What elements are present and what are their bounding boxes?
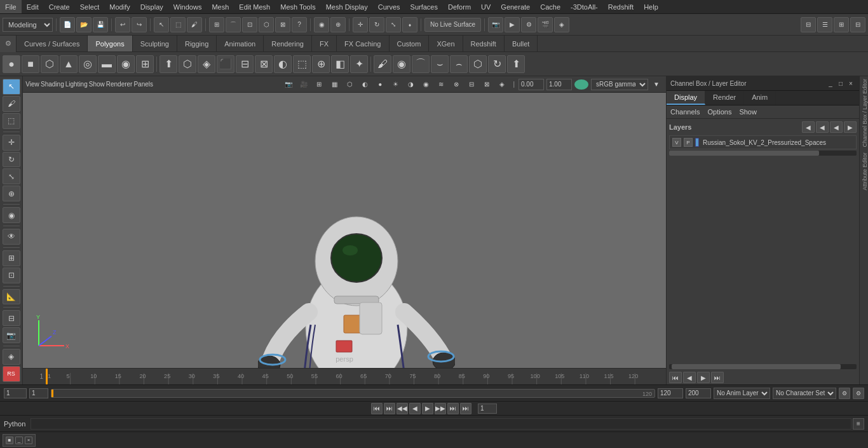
tab-polygons[interactable]: Polygons bbox=[88, 36, 132, 51]
paint-select-btn[interactable]: 🖌 bbox=[3, 96, 20, 112]
redshift-icon[interactable]: RS bbox=[3, 366, 20, 382]
menu-display[interactable]: Display bbox=[135, 0, 168, 13]
vp-cam3-btn[interactable]: ⊞ bbox=[312, 78, 326, 92]
menu-create[interactable]: Create bbox=[44, 0, 75, 13]
hypershade-btn[interactable]: ◈ bbox=[554, 17, 569, 32]
vp-shade-btn[interactable]: ◐ bbox=[358, 78, 372, 92]
range-end-input[interactable] bbox=[658, 388, 683, 398]
redo-btn[interactable]: ↪ bbox=[132, 17, 147, 32]
tab-sculpting[interactable]: Sculpting bbox=[133, 36, 177, 51]
script-editor-btn[interactable]: ≡ bbox=[853, 418, 864, 430]
ch-scroll-left-end[interactable]: ⏮ bbox=[669, 372, 682, 383]
tab-curves-surfaces[interactable]: Curves / Surfaces bbox=[17, 36, 88, 51]
tab-xgen[interactable]: XGen bbox=[429, 36, 463, 51]
step-fwd-btn[interactable]: ⏭ bbox=[447, 403, 459, 414]
snap-grid-l-btn[interactable]: ⊞ bbox=[3, 250, 20, 266]
channel-scrollbar[interactable] bbox=[669, 364, 857, 369]
menu-mesh-tools[interactable]: Mesh Tools bbox=[275, 0, 320, 13]
sculpt-btn[interactable]: ◉ bbox=[393, 55, 410, 73]
help-btn[interactable]: ? bbox=[292, 17, 307, 32]
vp-menu-btn[interactable]: View bbox=[25, 78, 39, 92]
cube-btn[interactable]: ■ bbox=[22, 55, 39, 73]
timeline-playhead[interactable] bbox=[46, 369, 48, 384]
menu-generate[interactable]: Generate bbox=[496, 0, 535, 13]
vp-shadow-btn[interactable]: ◑ bbox=[403, 78, 417, 92]
undo-btn[interactable]: ↩ bbox=[115, 17, 130, 32]
render-region-btn[interactable]: ⊟ bbox=[3, 310, 20, 326]
render-settings-btn[interactable]: ⚙ bbox=[521, 17, 536, 32]
vp-sel-highlight-btn[interactable]: ◈ bbox=[495, 78, 509, 92]
ch-menu-layers[interactable]: Channels bbox=[670, 108, 700, 116]
play-back-btn[interactable]: ◀ bbox=[409, 403, 421, 414]
render-btn[interactable]: 📷 bbox=[488, 17, 503, 32]
layer-visible-toggle[interactable]: V bbox=[672, 138, 681, 147]
right-edge-attr-editor[interactable]: Attribute Editor bbox=[860, 150, 868, 193]
vp-renderer-btn[interactable]: Renderer bbox=[106, 78, 133, 92]
channel-box-btn[interactable]: ☰ bbox=[817, 17, 832, 32]
vp-grid-btn[interactable]: ▦ bbox=[327, 78, 341, 92]
anim-key-btn[interactable]: ⚙ bbox=[839, 388, 850, 399]
viewport[interactable]: X Y Z persp bbox=[23, 93, 666, 368]
anim-layer-select[interactable]: No Anim Layer bbox=[714, 388, 770, 399]
menu-cache[interactable]: Cache bbox=[535, 0, 566, 13]
tab-display[interactable]: Display bbox=[667, 91, 705, 105]
cv-curve-btn[interactable]: ⌢ bbox=[450, 55, 468, 73]
snap-curve-btn[interactable]: ⌒ bbox=[226, 17, 241, 32]
vp-motion-blur-btn[interactable]: ≋ bbox=[434, 78, 448, 92]
channel-box-close[interactable]: × bbox=[846, 79, 855, 88]
current-frame-input[interactable] bbox=[4, 388, 27, 398]
vp-ao-btn[interactable]: ◉ bbox=[419, 78, 433, 92]
goto-end-btn[interactable]: ⏭ bbox=[460, 403, 471, 414]
boolean-btn[interactable]: ⊠ bbox=[255, 55, 273, 73]
mirror-btn[interactable]: ⬚ bbox=[293, 55, 311, 73]
snap-surface-btn[interactable]: ⬡ bbox=[259, 17, 274, 32]
layer-del-btn[interactable]: ◀ bbox=[830, 121, 843, 133]
tab-custom[interactable]: Custom bbox=[390, 36, 430, 51]
timeline-slider[interactable]: 120 bbox=[51, 389, 655, 398]
mode-gear-btn[interactable]: ⚙ bbox=[0, 36, 17, 52]
tab-rendering[interactable]: Rendering bbox=[264, 36, 312, 51]
layer-options-btn[interactable]: ◀ bbox=[816, 121, 829, 133]
channel-box-maximize[interactable]: □ bbox=[836, 79, 845, 88]
menu-file[interactable]: File bbox=[0, 0, 22, 13]
history-btn[interactable]: ◉ bbox=[314, 17, 329, 32]
combine-btn[interactable]: ⊕ bbox=[312, 55, 330, 73]
curve-btn[interactable]: ⌒ bbox=[412, 55, 430, 73]
vp-colorspace-arrow[interactable]: ▼ bbox=[649, 78, 663, 92]
center-piv-btn[interactable]: ⊕ bbox=[330, 17, 346, 32]
ep-curve-btn[interactable]: ⌣ bbox=[431, 55, 449, 73]
vp-nearclip-input[interactable] bbox=[546, 79, 572, 90]
anim-settings-btn[interactable]: ⚙ bbox=[853, 388, 864, 399]
smooth-btn[interactable]: ◐ bbox=[274, 55, 292, 73]
channel-box-minimize[interactable]: _ bbox=[826, 79, 835, 88]
paint-tool-btn[interactable]: 🖌 bbox=[187, 17, 202, 32]
move-btn[interactable]: ✛ bbox=[3, 135, 20, 151]
vp-panels-btn[interactable]: Panels bbox=[133, 78, 153, 92]
cone-btn[interactable]: ▲ bbox=[60, 55, 78, 73]
ipr-btn[interactable]: ▶ bbox=[505, 17, 520, 32]
select-tool-btn[interactable]: ↖ bbox=[154, 17, 169, 32]
play-fwd-btn[interactable]: ▶ bbox=[422, 403, 433, 414]
menu-surfaces[interactable]: Surfaces bbox=[405, 0, 443, 13]
measure-btn[interactable]: 📐 bbox=[3, 289, 20, 305]
prev-key-btn[interactable]: ◀◀ bbox=[397, 403, 408, 414]
scale-tool-btn[interactable]: ⤡ bbox=[386, 17, 401, 32]
xray-btn[interactable]: ◈ bbox=[3, 349, 20, 365]
next-key-btn[interactable]: ▶▶ bbox=[435, 403, 446, 414]
vp-wire-btn[interactable]: ⬡ bbox=[342, 78, 356, 92]
vp-fov-input[interactable] bbox=[519, 79, 544, 90]
layer-scrollbar[interactable] bbox=[669, 151, 857, 156]
bevel-btn[interactable]: ◈ bbox=[198, 55, 215, 73]
tab-anim[interactable]: Anim bbox=[744, 91, 776, 105]
vp-light-btn[interactable]: ☀ bbox=[388, 78, 402, 92]
menu-curves[interactable]: Curves bbox=[373, 0, 405, 13]
vp-smooth-btn[interactable]: ● bbox=[373, 78, 387, 92]
sphere-btn[interactable]: ● bbox=[3, 55, 20, 73]
tab-render[interactable]: Render bbox=[705, 91, 744, 105]
universal-manip-btn[interactable]: ⬧ bbox=[402, 17, 417, 32]
menu-edit-mesh[interactable]: Edit Mesh bbox=[234, 0, 275, 13]
vp-gamma-btn[interactable] bbox=[574, 79, 588, 90]
ch-scroll-right[interactable]: ▶ bbox=[697, 372, 710, 383]
paint-skin-btn[interactable]: 🖌 bbox=[374, 55, 391, 73]
menu-uv[interactable]: UV bbox=[476, 0, 496, 13]
